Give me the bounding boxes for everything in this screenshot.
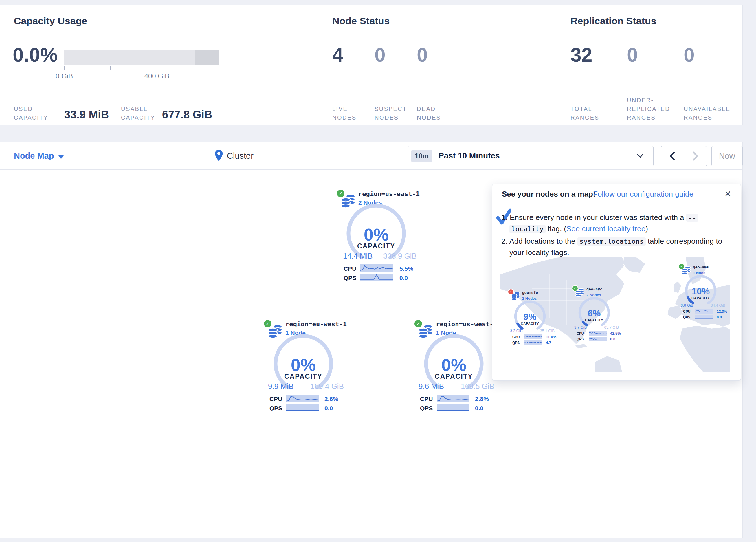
- close-icon[interactable]: ✕: [724, 189, 731, 198]
- unavailable-ranges-value: 0: [684, 45, 695, 65]
- cpu-value: 2.8%: [475, 396, 489, 403]
- suspect-nodes-label: SUSPECT NODES: [375, 89, 412, 122]
- step-2-text: Add locations to the: [509, 237, 577, 245]
- mini-total-capacity: 35.1 GiB: [534, 329, 555, 333]
- capacity-tick: [64, 66, 65, 70]
- cpu-label: CPU: [420, 396, 433, 403]
- capacity-bar: [64, 50, 219, 65]
- cpu-sparkline: [437, 395, 469, 402]
- under-replicated-ranges-label: UNDER-REPLICATED RANGES: [627, 79, 680, 122]
- qps-label: QPS: [420, 405, 433, 412]
- mini-gauge-percent: 6%: [577, 308, 612, 319]
- step-1-number: 1.: [501, 213, 508, 222]
- qps-sparkline: [437, 404, 469, 412]
- qps-value: 4.7: [546, 341, 551, 345]
- cpu-value: 2.6%: [324, 396, 338, 403]
- qps-label: QPS: [577, 337, 584, 341]
- capacity-usage-title: Capacity Usage: [14, 15, 87, 27]
- capacity-tick: [203, 66, 203, 70]
- time-step-back-button[interactable]: [661, 146, 684, 166]
- cluster-overview-page: Capacity Usage 0.0% 0 GiB 400 GiB USED C…: [0, 0, 756, 542]
- popup-header-divider: [492, 205, 740, 205]
- configuration-guide-link[interactable]: Follow our configuration guide: [593, 190, 693, 198]
- qps-sparkline: [286, 404, 319, 412]
- popup-title: See your nodes on a map!: [502, 190, 596, 198]
- location-pin-icon: [215, 150, 223, 161]
- chevron-down-icon[interactable]: [58, 155, 64, 159]
- toolbar-divider: [396, 142, 396, 169]
- mini-used-capacity: 3.7 GiB: [574, 325, 587, 330]
- qps-value: 0.0: [399, 275, 408, 282]
- map-node-geo-ams[interactable]: ✓ geo=ams 1 Node 10% CAPACITY: [676, 260, 730, 324]
- replication-status-title: Replication Status: [570, 15, 656, 27]
- qps-sparkline: [589, 337, 607, 341]
- time-range-select[interactable]: 10m Past 10 Minutes: [408, 146, 654, 166]
- region-label: region=eu-west-1: [285, 321, 347, 328]
- region-card-us-east-1[interactable]: ✓ region=us-east-1 2 Nodes 0% CAPACITY 1…: [331, 185, 430, 286]
- chevron-down-icon: [636, 153, 644, 158]
- mini-gauge-percent: 10%: [683, 287, 718, 297]
- time-range-label: Past 10 Minutes: [438, 151, 500, 160]
- region-card-eu-west-1[interactable]: ✓ region=eu-west-1 1 Node 0% CAPACITY 9.…: [258, 316, 357, 416]
- cpu-label: CPU: [683, 310, 690, 314]
- step-1-close: ): [645, 224, 648, 233]
- step-2: 2. Add locations to the system.locations…: [501, 236, 733, 258]
- region-label: region=us-east-1: [358, 190, 420, 197]
- cpu-value: 12.3%: [717, 309, 727, 314]
- qps-value: 0.0: [475, 405, 483, 412]
- gauge-percent: 0%: [344, 225, 408, 245]
- total-capacity: 169.4 GiB: [309, 382, 344, 391]
- breadcrumb[interactable]: Cluster: [227, 151, 254, 161]
- unavailable-ranges-label: UNAVAILABLE RANGES: [684, 89, 742, 122]
- time-range-badge: 10m: [411, 150, 432, 162]
- time-step-buttons: [661, 146, 707, 166]
- code-system-locations: system.locations: [577, 237, 646, 245]
- qps-label: QPS: [512, 341, 520, 345]
- node-status-title: Node Status: [332, 15, 390, 27]
- mini-total-capacity: 65.7 GiB: [599, 325, 619, 330]
- cpu-value: 42.5%: [610, 331, 621, 336]
- qps-label: QPS: [269, 405, 282, 412]
- total-ranges-value: 32: [570, 45, 592, 65]
- live-nodes-label: LIVE NODES: [332, 89, 364, 122]
- mini-used-capacity: 3.6 GiB: [681, 303, 693, 308]
- world-map: 1 geo=sfo 2 Nodes 9% CAPACITY: [500, 257, 730, 372]
- node-map-canvas: ✓ region=us-east-1 2 Nodes 0% CAPACITY 1…: [0, 170, 743, 538]
- code-locality: locality: [509, 225, 546, 233]
- cpu-sparkline: [589, 331, 607, 336]
- qps-label: QPS: [683, 315, 690, 319]
- total-capacity: 169.5 GiB: [460, 382, 494, 391]
- code-dash: --: [686, 214, 698, 222]
- view-toolbar: Node Map Cluster 10m Past 10 Minutes Now: [0, 142, 743, 170]
- cpu-label: CPU: [269, 396, 282, 403]
- qps-sparkline: [695, 315, 713, 319]
- suspect-nodes-value: 0: [375, 45, 386, 65]
- under-replicated-ranges-value: 0: [627, 45, 638, 65]
- dead-nodes-label: DEAD NODES: [417, 89, 449, 122]
- used-capacity: 9.6 MiB: [419, 382, 444, 391]
- mini-total-capacity: 34.4 GiB: [705, 303, 725, 308]
- qps-label: QPS: [344, 275, 356, 282]
- map-node-geo-sfo[interactable]: 1 geo=sfo 2 Nodes 9% CAPACITY: [505, 286, 563, 350]
- step-1: 1. Ensure every node in your cluster was…: [501, 212, 733, 234]
- step-2-number: 2.: [501, 237, 508, 245]
- live-nodes-value: 4: [332, 45, 343, 65]
- gauge-percent: 0%: [271, 355, 335, 375]
- view-selector-node-map[interactable]: Node Map: [14, 151, 54, 161]
- cpu-sparkline: [360, 264, 393, 272]
- time-step-forward-button[interactable]: [684, 146, 707, 166]
- mini-used-capacity: 3.2 GiB: [510, 329, 522, 333]
- qps-sparkline: [360, 274, 393, 281]
- map-node-geo-nyc[interactable]: ✓ geo=nyc 2 Nodes 6% CAPACITY: [570, 282, 627, 346]
- geo-label: geo=sfo: [522, 291, 538, 295]
- total-capacity: 338.9 GiB: [382, 251, 417, 260]
- chevron-left-icon: [669, 151, 676, 161]
- locality-tree-link[interactable]: See current locality tree: [566, 224, 645, 233]
- mini-gauge-percent: 9%: [513, 312, 547, 322]
- used-capacity-label: USED CAPACITY: [14, 100, 60, 122]
- now-button[interactable]: Now: [711, 146, 743, 166]
- step-1-text: Ensure every node in your cluster was st…: [510, 213, 686, 222]
- capacity-tick-label-400: 400 GiB: [144, 72, 170, 80]
- mini-gauge-capacity-label: CAPACITY: [577, 318, 612, 322]
- step-2-mid: table corresponding to: [646, 237, 722, 245]
